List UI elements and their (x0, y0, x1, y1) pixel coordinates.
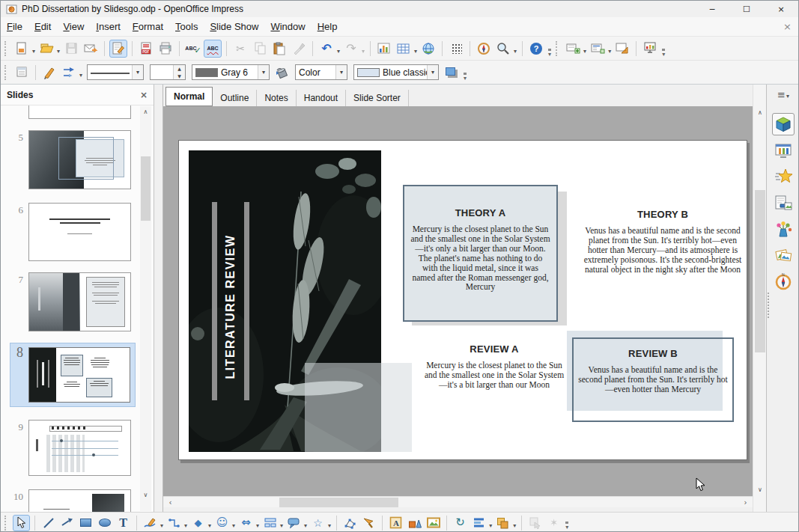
connector-dropdown-icon[interactable]: ▾ (184, 523, 187, 529)
toolbar-grip[interactable] (4, 65, 8, 80)
menu-help[interactable]: Help (312, 18, 344, 35)
slide-thumbnail-8[interactable] (28, 347, 130, 403)
fill-color-select[interactable]: Blue classic ▾ (353, 64, 439, 80)
new-slide-dropdown-icon[interactable]: ▾ (583, 49, 586, 55)
hscrollbar-thumb[interactable] (279, 498, 398, 507)
slide-thumbnail-4-partial[interactable] (28, 106, 131, 119)
fill-can-button[interactable] (273, 64, 291, 82)
sidebar-images-button[interactable] (772, 244, 795, 266)
stars-dropdown-icon[interactable]: ▾ (328, 523, 331, 529)
close-document-icon[interactable]: × (783, 21, 792, 32)
curve-dropdown-icon[interactable]: ▾ (160, 523, 163, 529)
menu-window[interactable]: Window (264, 18, 311, 35)
scrollbar-thumb[interactable] (141, 156, 151, 221)
arrow-draw-button[interactable] (58, 515, 76, 531)
sidebar-navigator-button[interactable]: N (772, 270, 795, 293)
slide-thumbnail-5[interactable] (28, 130, 131, 189)
line-color-dropdown-icon[interactable]: ▾ (258, 65, 269, 79)
sidebar-properties-button[interactable] (772, 113, 795, 135)
arrow-style-dropdown-icon[interactable]: ▾ (79, 73, 82, 79)
slide-vertical-title[interactable]: LITERATURE REVIEW (222, 232, 239, 382)
basic-shapes-button[interactable]: ◆ (189, 515, 207, 531)
line-color-select[interactable]: Gray 6 ▾ (192, 64, 270, 80)
toolbar-overflow-icon[interactable]: ▾ (548, 49, 551, 58)
slide-design-button[interactable] (613, 40, 631, 58)
open-button[interactable] (37, 40, 55, 58)
toolbar-grip[interactable] (556, 41, 559, 56)
slides-panel-scrollbar[interactable]: ∧ ∨ (140, 106, 151, 511)
line-width-stepper[interactable]: ▲▼ (150, 64, 186, 80)
fill-type-dropdown-icon[interactable]: ▾ (335, 65, 347, 79)
rotate-button[interactable]: ↻ (452, 515, 469, 531)
theory-a-box[interactable]: THEORY A Mercury is the closest planet t… (403, 185, 558, 322)
sidebar-menu-button[interactable]: ≡ ▾ (767, 85, 799, 104)
scroll-down-icon[interactable]: ∨ (140, 489, 151, 501)
zoom-button[interactable] (494, 40, 512, 58)
menu-tools[interactable]: Tools (169, 18, 204, 35)
table-dropdown-icon[interactable]: ▾ (414, 49, 417, 55)
ellipse-tool-button[interactable] (96, 515, 113, 531)
display-grid-button[interactable] (447, 40, 465, 58)
insert-picture-button[interactable] (425, 515, 442, 531)
tab-outline[interactable]: Outline (213, 90, 257, 106)
tab-normal[interactable]: Normal (165, 87, 213, 106)
line-style-dropdown-icon[interactable]: ▾ (132, 65, 143, 79)
vscrollbar-thumb[interactable] (755, 190, 765, 352)
tab-notes[interactable]: Notes (257, 90, 296, 106)
callouts-button[interactable] (285, 515, 303, 531)
undo-button[interactable]: ↶ (318, 40, 335, 58)
3d-objects-button[interactable] (406, 515, 423, 531)
arrange-dropdown-icon[interactable]: ▾ (513, 523, 516, 529)
block-arrows-dropdown-icon[interactable]: ▾ (256, 523, 259, 529)
scroll-right-icon[interactable]: › (740, 497, 751, 508)
arrange-button[interactable] (494, 515, 511, 531)
fontwork-button[interactable]: A (387, 515, 404, 531)
spin-up-icon[interactable]: ▲ (174, 65, 185, 73)
connector-tool-button[interactable] (165, 515, 183, 531)
open-dropdown-icon[interactable]: ▾ (57, 49, 60, 55)
edit-points-button[interactable] (341, 515, 359, 531)
flowchart-button[interactable] (261, 515, 279, 531)
symbol-shapes-dropdown-icon[interactable]: ▾ (232, 523, 235, 529)
theory-b-block[interactable]: THEORY B Venus has a beautiful name and … (579, 209, 747, 275)
callouts-dropdown-icon[interactable]: ▾ (304, 523, 307, 529)
print-button[interactable] (157, 40, 174, 58)
zoom-dropdown-icon[interactable]: ▾ (514, 49, 517, 55)
slides-panel-close-icon[interactable]: × (140, 91, 148, 100)
slide-layout-button[interactable] (589, 40, 607, 58)
menu-insert[interactable]: Insert (90, 18, 127, 35)
scroll-up-icon[interactable]: ∧ (140, 106, 151, 117)
insert-table-button[interactable] (395, 40, 413, 58)
sidebar-slide-transition-button[interactable] (772, 139, 795, 162)
line-style-select[interactable]: ▾ (87, 64, 144, 80)
slide-show-button[interactable] (641, 40, 659, 58)
styles-button[interactable] (13, 64, 31, 82)
new-document-button[interactable] (13, 40, 31, 58)
curve-tool-button[interactable] (142, 515, 159, 531)
minimize-button[interactable]: ─ (695, 1, 729, 17)
edit-file-button[interactable] (109, 40, 127, 58)
line-width-spin-buttons[interactable]: ▲▼ (173, 65, 185, 79)
tab-handout[interactable]: Handout (297, 90, 346, 106)
paste-button[interactable] (270, 40, 288, 58)
line-draw-button[interactable] (40, 515, 57, 531)
toolbar-grip[interactable] (4, 516, 8, 531)
sidebar-gallery-button[interactable] (772, 218, 795, 240)
toolbar-overflow-icon[interactable]: ▾ (565, 522, 568, 531)
select-tool-button[interactable] (13, 515, 30, 531)
arrow-style-button[interactable] (60, 64, 78, 82)
fill-color-dropdown-icon[interactable]: ▾ (427, 65, 438, 79)
workspace[interactable]: LITERATURE REVIEW THEORY A Mercury is th… (163, 106, 753, 496)
scroll-up-icon[interactable]: ∧ (753, 107, 767, 119)
new-dropdown-icon[interactable]: ▾ (32, 49, 35, 55)
insert-chart-button[interactable] (375, 40, 393, 58)
tab-slide-sorter[interactable]: Slide Sorter (346, 90, 409, 106)
sidebar-master-pages-button[interactable] (772, 192, 795, 214)
help-button[interactable]: ? (527, 40, 545, 58)
undo-dropdown-icon[interactable]: ▾ (337, 49, 340, 55)
toolbar-overflow-icon[interactable]: ▾ (464, 73, 467, 82)
toolbar-grip[interactable] (4, 41, 8, 56)
maximize-button[interactable]: ☐ (729, 1, 764, 17)
review-b-box[interactable]: REVIEW B Venus has a beautiful name and … (572, 337, 734, 422)
close-button[interactable]: × (764, 1, 798, 17)
